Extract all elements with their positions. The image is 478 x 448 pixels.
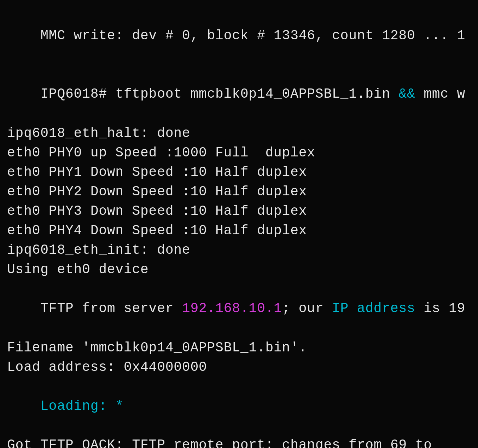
ip-address-server: 192.168.10.1	[182, 301, 282, 316]
terminal-text: IPQ6018# tftpboot mmcblk0p14_0APPSBL_1.b…	[40, 86, 398, 102]
terminal-line: Using eth0 device	[7, 260, 471, 279]
terminal-text: is 19	[415, 301, 465, 316]
terminal-output: MMC write: dev # 0, block # 13346, count…	[0, 0, 478, 448]
terminal-line: TFTP from server 192.168.10.1; our IP ad…	[7, 279, 471, 338]
terminal-line: ipq6018_eth_init: done	[7, 240, 471, 260]
terminal-text: TFTP from server	[40, 301, 182, 316]
terminal-line: IPQ6018# tftpboot mmcblk0p14_0APPSBL_1.b…	[7, 65, 471, 123]
terminal-text: 1280 ... 1	[374, 28, 465, 43]
terminal-line: Filename 'mmcblk0p14_0APPSBL_1.bin'.	[7, 338, 471, 357]
terminal-line: MMC write: dev # 0, block # 13346, count…	[7, 6, 471, 65]
terminal-line: Loading: *	[7, 377, 471, 435]
ip-address-label: IP address	[332, 301, 415, 316]
terminal-text: MMC write: dev # 0, block # 13346,	[40, 28, 332, 43]
loading-text: Loading: *	[40, 398, 124, 414]
terminal-line: ipq6018_eth_halt: done	[7, 124, 471, 143]
terminal-line: eth0 PHY0 up Speed :1000 Full duplex	[7, 143, 471, 162]
terminal-text: mmc w	[415, 86, 465, 102]
terminal-line: Load address: 0x44000000	[7, 357, 471, 377]
terminal-text-cyan: &&	[399, 86, 415, 102]
count-keyword: count	[332, 28, 374, 43]
terminal-line: eth0 PHY1 Down Speed :10 Half duplex	[7, 162, 471, 182]
terminal-line: eth0 PHY3 Down Speed :10 Half duplex	[7, 201, 471, 221]
terminal-line: eth0 PHY4 Down Speed :10 Half duplex	[7, 221, 471, 240]
terminal-line: Got TFTP_OACK: TFTP remote port: changes…	[7, 435, 471, 448]
terminal-text: ; our	[282, 301, 332, 316]
terminal-line: eth0 PHY2 Down Speed :10 Half duplex	[7, 182, 471, 201]
